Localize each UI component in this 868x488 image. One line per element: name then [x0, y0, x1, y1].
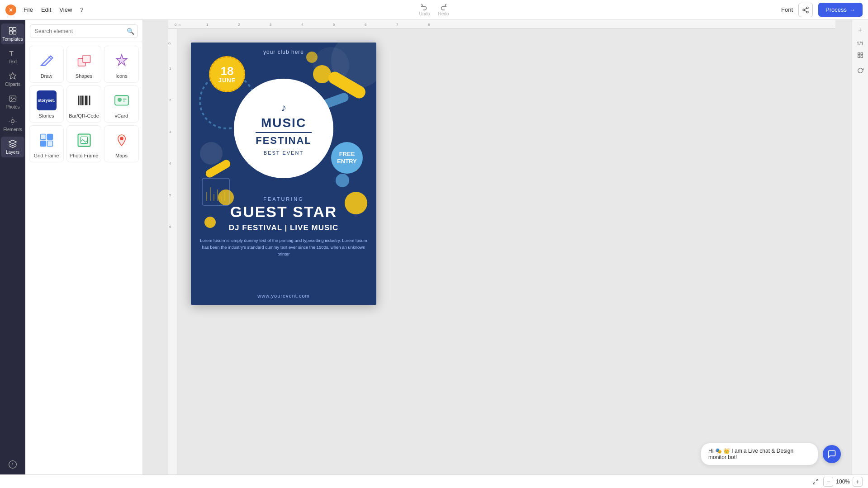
main-area: Templates T Text Cliparts Photos Element… [0, 20, 868, 474]
sidebar-item-templates[interactable]: Templates [1, 24, 24, 44]
svg-point-13 [11, 120, 14, 123]
menu-edit[interactable]: Edit [41, 6, 51, 13]
grid-item-shapes[interactable]: Shapes [66, 46, 101, 83]
canvas-area[interactable]: 0 in 1 2 3 4 5 6 7 8 0 1 2 3 4 5 6 [143, 20, 852, 474]
share-button[interactable] [798, 3, 813, 17]
svg-point-30 [118, 98, 122, 102]
chat-widget: Hi 🎭 👑 I am a Live chat & Design monitor… [701, 443, 841, 465]
redo-button[interactable]: Redo [438, 3, 449, 16]
flyer-music-subtitle: FESTINAL [256, 132, 312, 147]
svg-marker-21 [116, 55, 127, 66]
svg-point-0 [806, 7, 808, 9]
flyer-date-badge: 18 JUNE [209, 56, 245, 92]
zoom-level: 100% [836, 479, 850, 485]
flyer-main-circle: ♪ MUSIC FESTINAL BEST EVENT [234, 79, 333, 178]
svg-rect-25 [83, 96, 84, 105]
flyer-lorem-text: Lorem Ipsum is simply dummy text of the … [200, 237, 367, 258]
process-button[interactable]: Process → [818, 3, 863, 17]
svg-line-69 [813, 482, 815, 484]
undo-redo-controls: Undo Redo [419, 3, 449, 16]
undo-button[interactable]: Undo [419, 3, 430, 16]
font-button[interactable]: Font [781, 6, 793, 13]
grid-item-icons[interactable]: Icons [104, 46, 139, 83]
grid-item-barqr[interactable]: Bar/QR-Code [66, 85, 101, 123]
sidebar-item-elements[interactable]: Elements [1, 114, 24, 135]
zoom-controls: − 100% + [811, 477, 863, 487]
svg-text:7: 7 [396, 23, 398, 27]
flyer-canvas[interactable]: your club here 18 JUNE ♪ MUSIC FESTINAL … [191, 43, 376, 305]
svg-rect-28 [89, 96, 90, 105]
search-input[interactable] [30, 24, 138, 38]
right-sidebar: + 1/1 [852, 20, 868, 474]
svg-rect-20 [83, 55, 90, 63]
topbar: × File Edit View ? Undo Redo Font Proces… [0, 0, 868, 20]
canvas-scroll-wrapper[interactable]: your club here 18 JUNE ♪ MUSIC FESTINAL … [177, 29, 835, 474]
grid-item-stories[interactable]: storyset. Stories [29, 85, 64, 123]
svg-text:2: 2 [169, 98, 171, 102]
svg-text:6: 6 [365, 23, 367, 27]
flyer-free-badge: FREE ENTRY [331, 142, 363, 174]
page-number: 1/1 [857, 41, 863, 46]
svg-rect-65 [861, 53, 863, 55]
svg-text:8: 8 [428, 23, 430, 27]
grid-item-gridframe[interactable]: Grid Frame [29, 125, 64, 162]
flyer-guest-star: GUEST STAR [191, 203, 376, 221]
svg-point-39 [120, 137, 123, 141]
svg-rect-8 [13, 31, 16, 34]
svg-rect-5 [9, 28, 13, 31]
svg-text:4: 4 [169, 161, 171, 166]
menu-view[interactable]: View [59, 6, 72, 13]
svg-rect-7 [9, 31, 13, 34]
svg-text:6: 6 [169, 225, 171, 229]
svg-rect-24 [81, 96, 83, 105]
svg-rect-35 [40, 141, 46, 147]
sidebar-item-cliparts[interactable]: Cliparts [1, 69, 24, 90]
grid-item-draw[interactable]: Draw [29, 46, 64, 83]
svg-rect-64 [858, 53, 859, 55]
sidebar-item-photos[interactable]: Photos [1, 91, 24, 112]
svg-marker-10 [9, 73, 16, 79]
grid-item-maps[interactable]: Maps [104, 125, 139, 162]
zoom-in-button[interactable]: + [853, 477, 863, 487]
fullscreen-button[interactable] [811, 477, 821, 487]
flyer-website: www.yourevent.com [191, 293, 376, 298]
sidebar-item-text[interactable]: T Text [1, 46, 24, 67]
svg-rect-23 [80, 96, 81, 105]
sidebar-item-layers[interactable]: Layers [1, 137, 24, 157]
svg-rect-36 [47, 141, 52, 147]
chat-open-button[interactable] [823, 445, 841, 463]
flyer-club-text: your club here [191, 49, 376, 55]
svg-text:1: 1 [206, 23, 209, 27]
grid-item-vcard[interactable]: vCard [104, 85, 139, 123]
search-icon: 🔍 [127, 28, 134, 35]
sidebar-item-info[interactable] [1, 457, 24, 474]
svg-marker-14 [9, 140, 17, 144]
svg-text:3: 3 [169, 130, 171, 134]
zoom-out-button[interactable]: − [823, 477, 833, 487]
bottom-bar: − 100% + [0, 474, 868, 488]
svg-text:5: 5 [333, 23, 335, 27]
svg-rect-29 [115, 96, 128, 105]
svg-point-2 [806, 11, 808, 13]
grid-toggle[interactable] [854, 49, 867, 62]
svg-text:5: 5 [169, 193, 171, 197]
svg-rect-67 [861, 56, 863, 57]
svg-text:2: 2 [238, 23, 240, 27]
svg-text:4: 4 [301, 23, 304, 27]
svg-point-1 [803, 9, 805, 11]
flyer-dj-festival: DJ FESTIVAL | LIVE MUSIC [191, 223, 376, 232]
grid-item-photoframe[interactable]: Photo Frame [66, 125, 101, 162]
svg-rect-27 [87, 96, 88, 105]
flyer-music-note: ♪ [281, 101, 286, 114]
menu-help[interactable]: ? [80, 6, 83, 13]
svg-line-68 [816, 479, 818, 481]
left-panel: 🔍 Draw Shapes I [25, 20, 143, 474]
svg-text:0 in: 0 in [175, 23, 180, 27]
svg-text:0: 0 [168, 43, 171, 45]
svg-rect-34 [47, 134, 52, 140]
rotate-button[interactable] [854, 64, 867, 77]
menu-file[interactable]: File [24, 6, 33, 13]
add-page-button[interactable]: + [854, 24, 867, 36]
close-button[interactable]: × [5, 5, 16, 15]
svg-line-3 [805, 10, 807, 12]
